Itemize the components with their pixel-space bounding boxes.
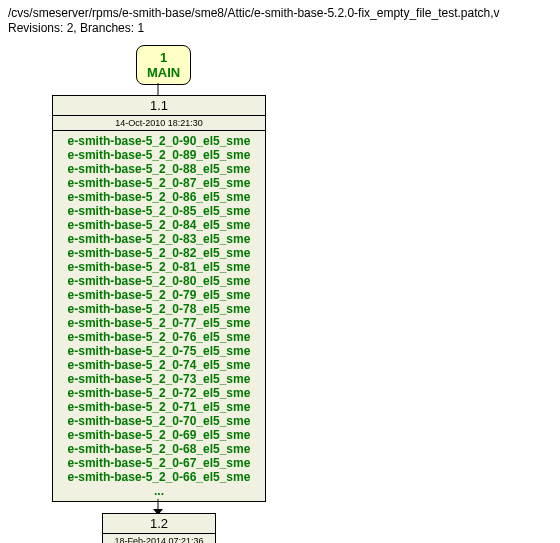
- tag-line: e-smith-base-5_2_0-83_el5_sme: [59, 232, 259, 246]
- tag-line: e-smith-base-5_2_0-89_el5_sme: [59, 148, 259, 162]
- tag-line: e-smith-base-5_2_0-69_el5_sme: [59, 428, 259, 442]
- tag-line: e-smith-base-5_2_0-76_el5_sme: [59, 330, 259, 344]
- tag-line: e-smith-base-5_2_0-75_el5_sme: [59, 344, 259, 358]
- tag-line: e-smith-base-5_2_0-81_el5_sme: [59, 260, 259, 274]
- tag-line: e-smith-base-5_2_0-70_el5_sme: [59, 414, 259, 428]
- tag-line: ...: [59, 484, 259, 498]
- tag-line: e-smith-base-5_2_0-77_el5_sme: [59, 316, 259, 330]
- tag-line: e-smith-base-5_2_0-66_el5_sme: [59, 470, 259, 484]
- file-path: /cvs/smeserver/rpms/e-smith-base/sme8/At…: [8, 6, 552, 20]
- revisions-meta: Revisions: 2, Branches: 1: [8, 21, 552, 35]
- revision-timestamp: 14-Oct-2010 18:21:30: [53, 116, 265, 131]
- branch-node-main[interactable]: 1 MAIN: [136, 45, 191, 85]
- revision-version: 1.2: [103, 514, 215, 534]
- branch-index: 1: [147, 50, 180, 65]
- tag-line: e-smith-base-5_2_0-67_el5_sme: [59, 456, 259, 470]
- branch-name: MAIN: [147, 65, 180, 80]
- revision-tags: e-smith-base-5_2_0-90_el5_smee-smith-bas…: [53, 131, 265, 501]
- tag-line: e-smith-base-5_2_0-79_el5_sme: [59, 288, 259, 302]
- revision-node-1.1[interactable]: 1.1 14-Oct-2010 18:21:30 e-smith-base-5_…: [52, 95, 266, 502]
- tag-line: e-smith-base-5_2_0-85_el5_sme: [59, 204, 259, 218]
- tag-line: e-smith-base-5_2_0-80_el5_sme: [59, 274, 259, 288]
- tag-line: e-smith-base-5_2_0-88_el5_sme: [59, 162, 259, 176]
- tag-line: e-smith-base-5_2_0-78_el5_sme: [59, 302, 259, 316]
- tag-line: e-smith-base-5_2_0-82_el5_sme: [59, 246, 259, 260]
- tag-line: e-smith-base-5_2_0-74_el5_sme: [59, 358, 259, 372]
- tag-line: e-smith-base-5_2_0-73_el5_sme: [59, 372, 259, 386]
- tag-line: e-smith-base-5_2_0-71_el5_sme: [59, 400, 259, 414]
- tag-line: e-smith-base-5_2_0-87_el5_sme: [59, 176, 259, 190]
- revision-graph: 1 MAIN 1.1 14-Oct-2010 18:21:30 e-smith-…: [8, 45, 552, 543]
- tag-line: e-smith-base-5_2_0-90_el5_sme: [59, 134, 259, 148]
- revision-timestamp: 18-Feb-2014 07:21:36: [103, 534, 215, 543]
- tag-line: e-smith-base-5_2_0-72_el5_sme: [59, 386, 259, 400]
- revision-node-1.2[interactable]: 1.2 18-Feb-2014 07:21:36 HEAD: [102, 513, 216, 543]
- tag-line: e-smith-base-5_2_0-68_el5_sme: [59, 442, 259, 456]
- revision-version: 1.1: [53, 96, 265, 116]
- tag-line: e-smith-base-5_2_0-84_el5_sme: [59, 218, 259, 232]
- tag-line: e-smith-base-5_2_0-86_el5_sme: [59, 190, 259, 204]
